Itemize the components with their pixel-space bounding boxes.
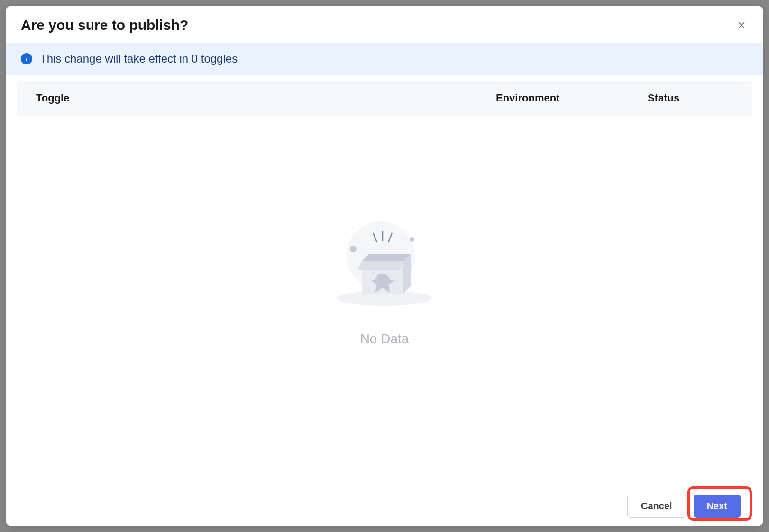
- column-header-environment: Environment: [496, 92, 648, 104]
- empty-box-illustration: [332, 218, 437, 312]
- column-header-toggle: Toggle: [36, 92, 496, 104]
- close-icon: [737, 20, 746, 30]
- publish-confirm-modal: Are you sure to publish? i This change w…: [6, 6, 763, 526]
- info-banner: i This change will take effect in 0 togg…: [6, 43, 763, 75]
- next-button[interactable]: Next: [694, 495, 741, 518]
- modal-footer: Cancel Next: [17, 486, 752, 526]
- svg-marker-9: [362, 254, 411, 261]
- svg-point-5: [410, 237, 414, 242]
- close-button[interactable]: [735, 18, 748, 32]
- cancel-button[interactable]: Cancel: [627, 495, 686, 518]
- svg-marker-12: [358, 261, 403, 270]
- info-message: This change will take effect in 0 toggle…: [40, 52, 238, 65]
- empty-state: No Data: [17, 116, 752, 486]
- modal-header: Are you sure to publish?: [6, 6, 763, 43]
- column-header-status: Status: [648, 92, 733, 104]
- empty-state-text: No Data: [360, 331, 409, 347]
- modal-body: Toggle Environment Status: [6, 75, 763, 486]
- modal-title: Are you sure to publish?: [21, 17, 188, 33]
- info-icon: i: [21, 53, 32, 64]
- svg-point-4: [350, 246, 357, 252]
- table-header: Toggle Environment Status: [17, 81, 752, 116]
